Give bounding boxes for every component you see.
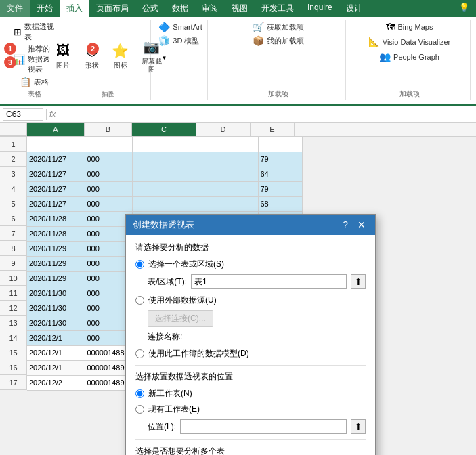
illustrations-group-label: 插图 — [102, 88, 115, 99]
radio-row-external: 使用外部数据源(U) — [135, 295, 366, 306]
select-connection-button[interactable]: 选择连接(C)... — [148, 310, 213, 327]
dialog-overlay: 创建数据透视表 ? ✕ 请选择要分析的数据 选择一个表或区域(S) 表/区域(T… — [0, 123, 476, 455]
addins-items: 🛒 获取加载项 📦 我的加载项 — [250, 21, 307, 88]
bing-maps-icon: 🗺 — [386, 22, 395, 32]
dialog-title-bar: 创建数据透视表 ? ✕ — [126, 215, 375, 235]
ribbon-group-illustrations: 🖼 图片 ⬡ 形状 ⭐ 图标 📷 屏幕截图 ▼ 插图 — [67, 20, 151, 100]
conn-name-label: 连接名称: — [148, 331, 182, 343]
pictures-icon: 🖼 — [52, 40, 74, 62]
dialog-divider2 — [135, 439, 366, 440]
dialog-close-button[interactable]: ✕ — [355, 219, 368, 230]
radio-external-label: 使用外部数据源(U) — [148, 295, 217, 306]
select-conn-area: 选择连接(C)... — [148, 310, 366, 327]
visio-label: Visio Data Visualizer — [383, 38, 450, 46]
ribbon-group-addins: 🛒 获取加载项 📦 我的加载项 加载项 — [211, 20, 346, 100]
tab-formulas[interactable]: 公式 — [135, 0, 165, 17]
addins-right-group-label: 加载项 — [399, 88, 420, 99]
visio-button[interactable]: 📐 Visio Data Visualizer — [366, 36, 453, 48]
formula-bar: fx — [0, 106, 476, 123]
tab-developer[interactable]: 开发工具 — [255, 0, 301, 17]
radio-model-label: 使用此工作簿的数据模型(D) — [148, 348, 249, 360]
formula-input[interactable] — [58, 109, 473, 120]
badge-3: 3 — [4, 56, 16, 68]
tab-lightbulb[interactable]: 💡 — [452, 0, 476, 17]
ribbon-tab-bar: 文件 开始 插入 页面布局 公式 数据 审阅 视图 开发工具 Inquire 设… — [0, 0, 476, 17]
ribbon-group-addins-right: 🗺 Bing Maps 📐 Visio Data Visualizer 👥 Pe… — [349, 20, 471, 100]
dialog-section1-title: 请选择要分析的数据 — [135, 242, 366, 253]
my-addins-label: 我的加载项 — [267, 36, 304, 46]
illustrations-group-items: 🖼 图片 ⬡ 形状 ⭐ 图标 📷 屏幕截图 ▼ — [50, 21, 167, 88]
table-button[interactable]: 📋 表格 — [17, 76, 51, 88]
radio-new-sheet[interactable] — [135, 389, 144, 398]
position-input[interactable] — [180, 419, 347, 434]
position-label: 位置(L): — [148, 421, 176, 433]
pictures-button[interactable]: 🖼 图片 — [50, 39, 76, 71]
shapes-label: 形状 — [85, 62, 99, 70]
get-addins-icon: 🛒 — [253, 22, 264, 32]
table-range-input[interactable] — [191, 274, 347, 289]
formula-divider — [46, 109, 47, 120]
radio-data-model[interactable] — [135, 349, 144, 358]
addins-group-label: 加载项 — [268, 88, 288, 99]
tab-insert[interactable]: 插入 — [60, 0, 89, 17]
position-row: 位置(L): ⬆ — [148, 419, 366, 434]
smartart-icon: 🔷 — [158, 22, 170, 32]
smartart-label: SmartArt — [173, 23, 202, 31]
table-range-label: 表/区域(T): — [148, 276, 187, 288]
tab-inquire[interactable]: Inquire — [301, 0, 339, 17]
icons-icon: ⭐ — [110, 40, 131, 62]
visio-icon: 📐 — [368, 37, 380, 47]
my-addins-icon: 📦 — [253, 35, 264, 46]
dialog-title-text: 创建数据透视表 — [133, 219, 194, 231]
tables-group-label: 表格 — [28, 88, 41, 99]
fx-label: fx — [49, 110, 56, 119]
3d-models-button[interactable]: 🧊 3D 模型 — [156, 35, 202, 47]
people-graph-label: People Graph — [393, 53, 439, 61]
dialog-divider1 — [135, 365, 366, 366]
tab-view[interactable]: 视图 — [225, 0, 255, 17]
bing-maps-button[interactable]: 🗺 Bing Maps — [383, 21, 436, 33]
tab-home[interactable]: 开始 — [30, 0, 60, 17]
tab-data[interactable]: 数据 — [165, 0, 195, 17]
radio-row-model: 使用此工作簿的数据模型(D) — [135, 348, 366, 360]
dialog-section3-title: 选择是否想要分析多个表 — [135, 446, 366, 455]
get-addins-button[interactable]: 🛒 获取加载项 — [250, 21, 307, 33]
smartart-items: 🔷 SmartArt 🧊 3D 模型 — [156, 21, 204, 98]
table-label: 表格 — [34, 77, 49, 87]
radio-row-table: 选择一个表或区域(S) — [135, 259, 366, 270]
radio-table-range[interactable] — [135, 260, 144, 269]
cell-reference-input[interactable] — [3, 108, 43, 121]
tab-pagelayout[interactable]: 页面布局 — [89, 0, 135, 17]
radio-exist-sheet-label: 现有工作表(E) — [148, 404, 200, 415]
tab-review[interactable]: 审阅 — [195, 0, 225, 17]
radio-row-new-sheet: 新工作表(N) — [135, 388, 366, 399]
pictures-label: 图片 — [56, 62, 70, 70]
ribbon: 文件 开始 插入 页面布局 公式 数据 审阅 视图 开发工具 Inquire 设… — [0, 0, 476, 106]
badge-2: 2 — [87, 43, 99, 55]
radio-new-sheet-label: 新工作表(N) — [148, 388, 192, 399]
spreadsheet: A B C D E 1 2 3 4 5 6 7 8 9 10 11 12 13 … — [0, 123, 476, 455]
tab-design[interactable]: 设计 — [339, 0, 369, 17]
badge-1: 1 — [4, 43, 16, 55]
position-upload-btn[interactable]: ⬆ — [351, 419, 366, 434]
dialog-section2-title: 选择放置数据透视表的位置 — [135, 371, 366, 383]
icons-button[interactable]: ⭐ 图标 — [108, 39, 133, 71]
conn-name-row: 连接名称: — [148, 331, 366, 343]
table-icon: 📋 — [20, 77, 31, 87]
ribbon-content: ⊞ 数据透视表 📊 推荐的数据透视表 📋 表格 表格 🖼 图片 — [0, 17, 476, 106]
icons-label: 图标 — [114, 62, 127, 70]
tab-file[interactable]: 文件 — [0, 0, 30, 17]
radio-external[interactable] — [135, 296, 144, 305]
people-graph-button[interactable]: 👥 People Graph — [376, 51, 442, 63]
ribbon-group-smartart: 🔷 SmartArt 🧊 3D 模型 — [154, 20, 208, 100]
radio-exist-sheet[interactable] — [135, 405, 144, 414]
dialog-title-buttons: ? ✕ — [340, 219, 368, 230]
my-addins-button[interactable]: 📦 我的加载项 — [250, 35, 307, 47]
dialog-body: 请选择要分析的数据 选择一个表或区域(S) 表/区域(T): ⬆ 使用外部数据源… — [126, 235, 375, 455]
dialog-help-button[interactable]: ? — [340, 219, 351, 230]
people-graph-icon: 👥 — [379, 51, 391, 62]
table-range-upload-btn[interactable]: ⬆ — [351, 274, 366, 289]
smartart-button[interactable]: 🔷 SmartArt — [156, 21, 204, 33]
radio-row-exist-sheet: 现有工作表(E) — [135, 404, 366, 415]
create-pivot-dialog: 创建数据透视表 ? ✕ 请选择要分析的数据 选择一个表或区域(S) 表/区域(T… — [125, 214, 376, 455]
